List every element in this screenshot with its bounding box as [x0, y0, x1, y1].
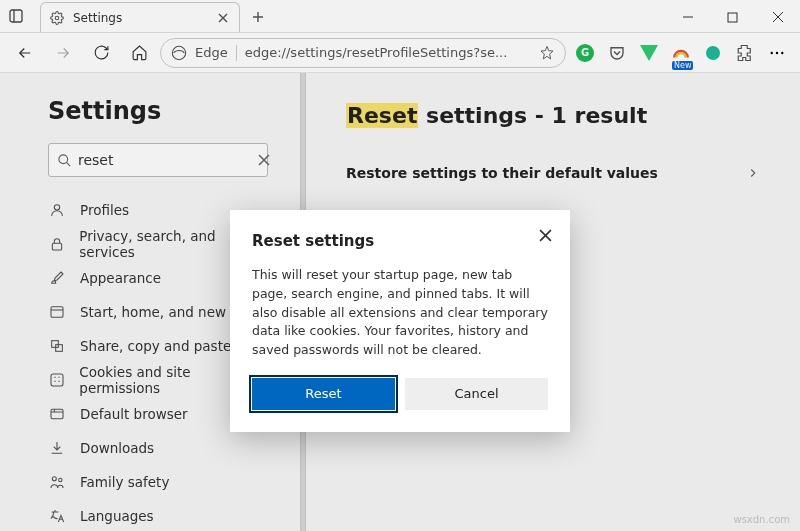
modal-backdrop: Reset settings This will reset your star… — [0, 0, 800, 531]
watermark: wsxdn.com — [733, 514, 790, 525]
dialog-title: Reset settings — [252, 232, 548, 250]
reset-button[interactable]: Reset — [252, 378, 395, 410]
dialog-close-button[interactable] — [534, 224, 556, 246]
dialog-buttons: Reset Cancel — [252, 378, 548, 410]
dialog-body: This will reset your startup page, new t… — [252, 266, 548, 360]
cancel-button[interactable]: Cancel — [405, 378, 548, 410]
reset-dialog: Reset settings This will reset your star… — [230, 210, 570, 432]
